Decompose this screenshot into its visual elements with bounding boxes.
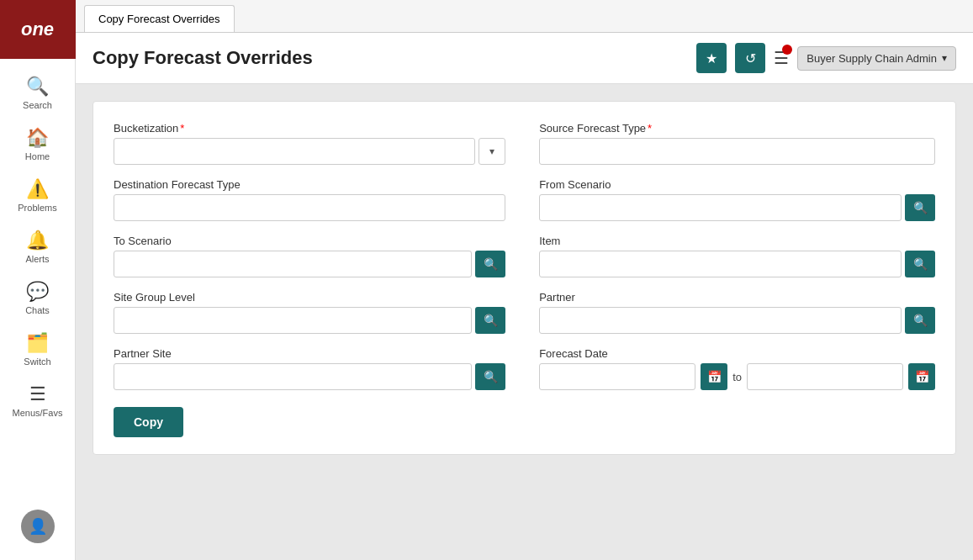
user-dropdown[interactable]: Buyer Supply Chain Admin ▾ — [797, 46, 956, 71]
to-scenario-input[interactable] — [114, 251, 472, 277]
sidebar-item-search[interactable]: 🔍 Search — [0, 67, 75, 119]
sidebar-item-label: Problems — [18, 203, 56, 213]
bucketization-label: Bucketization* — [114, 122, 505, 135]
forecast-date-label: Forecast Date — [539, 347, 935, 360]
partner-label: Partner — [539, 291, 935, 304]
to-scenario-group: To Scenario 🔍 — [114, 235, 505, 277]
destination-forecast-type-input[interactable] — [114, 194, 505, 221]
bucketization-input[interactable] — [114, 138, 475, 165]
search-icon: 🔍 — [26, 76, 49, 98]
forecast-date-to-calendar-button[interactable]: 📅 — [908, 363, 935, 390]
from-scenario-input[interactable] — [539, 194, 902, 221]
search-icon: 🔍 — [484, 257, 498, 271]
calendar-icon: 📅 — [707, 370, 722, 383]
item-input[interactable] — [539, 251, 902, 277]
destination-forecast-type-label: Destination Forecast Type — [114, 178, 505, 191]
user-avatar: 👤 — [21, 510, 55, 543]
search-icon: 🔍 — [484, 314, 498, 327]
tab-bar: Copy Forecast Overrides — [76, 0, 973, 33]
from-scenario-search-button[interactable]: 🔍 — [905, 194, 935, 221]
to-scenario-search-button[interactable]: 🔍 — [475, 251, 505, 277]
user-label: Buyer Supply Chain Admin — [806, 52, 937, 65]
sidebar-item-switch[interactable]: 🗂️ Switch — [0, 324, 75, 375]
menu-icon: ☰ — [29, 383, 46, 405]
sidebar-item-label: Chats — [25, 305, 50, 315]
bucketization-group: Bucketization* ▾ — [114, 122, 505, 165]
sidebar-item-alerts[interactable]: 🔔 Alerts — [0, 221, 75, 272]
from-scenario-label: From Scenario — [539, 178, 935, 191]
to-scenario-input-row: 🔍 — [114, 251, 505, 277]
tab-copy-forecast-overrides[interactable]: Copy Forecast Overrides — [84, 5, 235, 32]
logo-text: one — [21, 18, 54, 40]
partner-group: Partner 🔍 — [539, 291, 935, 334]
calendar-icon: 📅 — [915, 370, 929, 383]
tab-label: Copy Forecast Overrides — [98, 13, 220, 25]
refresh-button[interactable]: ↺ — [735, 43, 765, 73]
copy-button[interactable]: Copy — [114, 407, 183, 437]
partner-site-label: Partner Site — [114, 347, 505, 360]
item-label: Item — [539, 235, 935, 247]
star-icon: ★ — [706, 50, 717, 66]
page-header: Copy Forecast Overrides ★ ↺ ☰ Buyer Supp… — [76, 33, 973, 84]
sidebar-item-problems[interactable]: ⚠️ Problems — [0, 170, 75, 221]
item-search-button[interactable]: 🔍 — [905, 251, 935, 277]
sidebar-item-label: Search — [23, 100, 52, 110]
partner-site-input-row: 🔍 — [114, 363, 505, 390]
site-group-level-input[interactable] — [114, 307, 472, 334]
site-group-level-search-button[interactable]: 🔍 — [475, 307, 505, 334]
forecast-date-from-calendar-button[interactable]: 📅 — [701, 363, 727, 390]
forecast-date-from-input[interactable] — [539, 363, 695, 390]
forecast-date-to-input[interactable] — [747, 363, 903, 390]
forecast-date-input-row: 📅 to 📅 — [539, 363, 935, 390]
favorite-button[interactable]: ★ — [696, 43, 727, 73]
sidebar-item-chats[interactable]: 💬 Chats — [0, 272, 75, 324]
search-icon: 🔍 — [913, 257, 928, 271]
bucketization-dropdown-button[interactable]: ▾ — [479, 138, 505, 165]
from-scenario-group: From Scenario 🔍 — [539, 178, 935, 221]
partner-site-input[interactable] — [114, 363, 472, 390]
source-forecast-type-input[interactable] — [539, 138, 935, 165]
site-group-level-input-row: 🔍 — [114, 307, 505, 334]
sidebar-item-label: Menus/Favs — [13, 408, 63, 418]
forecast-date-group: Forecast Date 📅 to 📅 — [539, 347, 935, 390]
sidebar-item-label: Switch — [24, 357, 50, 367]
partner-input[interactable] — [539, 307, 902, 334]
notification-badge — [782, 45, 792, 55]
main-content: Copy Forecast Overrides Copy Forecast Ov… — [76, 0, 973, 560]
item-group: Item 🔍 — [539, 235, 935, 277]
refresh-icon: ↺ — [745, 50, 756, 66]
source-forecast-type-group: Source Forecast Type* — [539, 122, 935, 165]
to-scenario-label: To Scenario — [114, 235, 505, 247]
hamburger-menu-button[interactable]: ☰ — [774, 48, 789, 68]
switch-icon: 🗂️ — [26, 332, 49, 354]
destination-forecast-type-group: Destination Forecast Type — [114, 178, 505, 221]
search-icon: 🔍 — [913, 314, 928, 327]
chevron-down-icon: ▾ — [942, 52, 947, 64]
sidebar: one 🔍 Search 🏠 Home ⚠️ Problems 🔔 Alerts… — [0, 0, 76, 560]
site-group-level-group: Site Group Level 🔍 — [114, 291, 505, 334]
item-input-row: 🔍 — [539, 251, 935, 277]
sidebar-item-label: Alerts — [25, 254, 49, 264]
chat-icon: 💬 — [26, 281, 49, 303]
bucketization-input-row: ▾ — [114, 138, 505, 165]
sidebar-item-home[interactable]: 🏠 Home — [0, 119, 75, 170]
partner-search-button[interactable]: 🔍 — [905, 307, 935, 334]
search-icon: 🔍 — [484, 370, 498, 383]
form-card: Bucketization* ▾ Source Forecast Type* — [93, 101, 956, 455]
source-forecast-type-label: Source Forecast Type* — [539, 122, 935, 135]
form-grid: Bucketization* ▾ Source Forecast Type* — [114, 122, 935, 390]
avatar-item[interactable]: 👤 — [0, 501, 75, 552]
partner-input-row: 🔍 — [539, 307, 935, 334]
home-icon: 🏠 — [26, 127, 49, 149]
sidebar-item-label: Home — [25, 151, 50, 161]
site-group-level-label: Site Group Level — [114, 291, 505, 304]
warning-icon: ⚠️ — [26, 178, 49, 200]
form-area: Bucketization* ▾ Source Forecast Type* — [76, 84, 973, 560]
app-logo: one — [0, 0, 76, 59]
sidebar-item-menus-favs[interactable]: ☰ Menus/Favs — [0, 375, 75, 426]
header-actions: ★ ↺ ☰ Buyer Supply Chain Admin ▾ — [696, 43, 956, 73]
search-icon: 🔍 — [913, 201, 928, 214]
page-title: Copy Forecast Overrides — [93, 47, 313, 69]
partner-site-search-button[interactable]: 🔍 — [475, 363, 505, 390]
bell-icon: 🔔 — [26, 230, 49, 251]
